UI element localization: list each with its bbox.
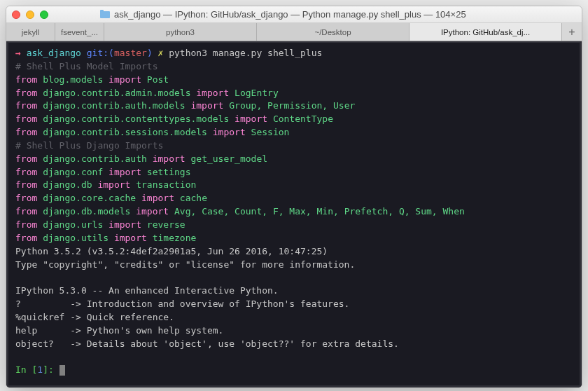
import-line: from django.core.cache import cache	[15, 192, 573, 205]
tab-python3[interactable]: python3	[104, 23, 257, 41]
prompt-git-close: )	[147, 48, 153, 58]
ipython-help: ? -> Introduction and overview of IPytho…	[15, 298, 573, 311]
terminal-body[interactable]: → ask_django git:(master) ✗ python3 mana…	[6, 41, 582, 387]
new-tab-button[interactable]: +	[562, 23, 582, 41]
tab-desktop[interactable]: ~/Desktop	[257, 23, 410, 41]
ipython-prompt[interactable]: In [1]:	[15, 364, 573, 377]
tab-label: ~/Desktop	[314, 28, 351, 36]
minimize-icon[interactable]	[26, 11, 34, 19]
import-line: from django.utils import timezone	[15, 232, 573, 245]
tab-ipython[interactable]: IPython: GitHub/ask_dj...	[410, 23, 562, 41]
traffic-lights	[12, 11, 48, 19]
import-line: from django.contrib.admin.models import …	[15, 87, 573, 100]
python-version: Python 3.5.2 (v3.5.2:4def2a2901a5, Jun 2…	[15, 245, 573, 259]
tab-label: python3	[166, 28, 195, 36]
prompt-git: git:(	[87, 48, 114, 58]
window-title: ask_django — IPython: GitHub/ask_django …	[114, 9, 576, 20]
blank-line	[15, 271, 573, 284]
ipython-help: object? -> Details about 'object', use '…	[15, 338, 573, 351]
titlebar[interactable]: ask_django — IPython: GitHub/ask_django …	[6, 6, 582, 23]
tab-jekyll[interactable]: jekyll	[6, 23, 55, 41]
bracket-close: ]:	[43, 364, 59, 375]
comment-line: # Shell Plus Django Imports	[15, 139, 573, 153]
command-text: python3 manage.py shell_plus	[169, 48, 322, 58]
import-line: from django.contrib.sessions.models impo…	[15, 126, 573, 139]
ipython-version: IPython 5.3.0 -- An enhanced Interactive…	[15, 284, 573, 298]
import-line: from django.contrib.auth import get_user…	[15, 153, 573, 166]
plus-icon: +	[568, 26, 575, 39]
in-number: 1	[37, 364, 43, 375]
close-icon[interactable]	[12, 11, 20, 19]
tab-label: fsevent_...	[61, 28, 98, 36]
blank-line	[15, 350, 573, 364]
ipython-help: help -> Python's own help system.	[15, 324, 573, 338]
import-line: from django.contrib.auth.models import G…	[15, 100, 573, 113]
tabbar: jekyll fsevent_... python3 ~/Desktop IPy…	[6, 23, 582, 41]
tab-label: jekyll	[22, 28, 40, 36]
import-line: from django.urls import reverse	[15, 219, 573, 232]
folder-icon	[100, 11, 110, 18]
import-line: from django.conf import settings	[15, 166, 573, 179]
terminal-window: ask_django — IPython: GitHub/ask_django …	[6, 6, 582, 388]
dirty-icon: ✗	[158, 48, 164, 58]
prompt-arrow-icon: →	[15, 48, 21, 58]
prompt-dir: ask_django	[27, 48, 81, 58]
cursor-icon	[59, 365, 65, 376]
prompt-line: → ask_django git:(master) ✗ python3 mana…	[15, 47, 573, 60]
import-line: from django.contrib.contenttypes.models …	[15, 113, 573, 126]
import-line: from django.db.models import Avg, Case, …	[15, 205, 573, 219]
ipython-help: %quickref -> Quick reference.	[15, 311, 573, 324]
import-line: from django.db import transaction	[15, 179, 573, 192]
python-info: Type "copyright", "credits" or "license"…	[15, 259, 573, 272]
in-label: In	[15, 364, 31, 375]
import-line: from blog.models import Post	[15, 74, 573, 87]
prompt-branch: master	[114, 48, 147, 58]
zoom-icon[interactable]	[40, 11, 48, 19]
comment-line: # Shell Plus Model Imports	[15, 60, 573, 74]
tab-label: IPython: GitHub/ask_dj...	[441, 28, 530, 36]
tab-fsevent[interactable]: fsevent_...	[55, 23, 104, 41]
